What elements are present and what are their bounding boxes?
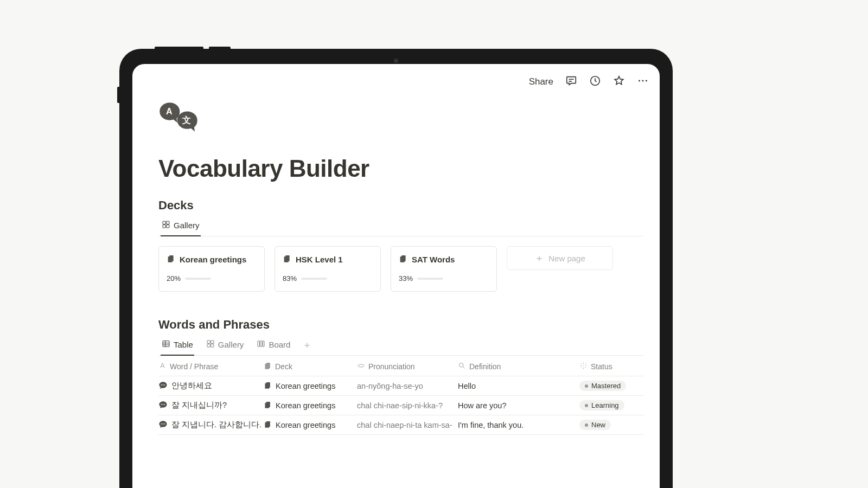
svg-point-20 — [583, 365, 584, 365]
gallery-icon — [206, 339, 215, 350]
page-content: A 文 Vocabulary Builder Decks Gallery — [158, 101, 643, 435]
comments-icon[interactable] — [565, 75, 577, 89]
star-icon[interactable] — [613, 75, 625, 89]
status-dot-icon — [585, 404, 588, 407]
deck-card-hsk-level-1[interactable]: HSK Level 1 83% — [275, 246, 381, 292]
tab-label: Gallery — [218, 340, 244, 349]
svg-point-21 — [161, 384, 162, 385]
deck-percent: 33% — [399, 274, 413, 282]
table-row[interactable]: 잘 지내십니까? Korean greetings chal chi-nae-s… — [158, 396, 643, 415]
deck-link[interactable]: Korean greetings — [276, 401, 335, 410]
col-header-label: Pronunciation — [368, 362, 415, 371]
svg-rect-11 — [207, 341, 210, 343]
col-header-word[interactable]: Word / Phrase — [158, 362, 264, 371]
word-text: 잘 지내십니까? — [171, 400, 227, 410]
table-row[interactable]: 잘 지냅니다. 감사합니다. Korean greetings chal chi… — [158, 415, 643, 435]
col-header-label: Status — [591, 362, 612, 371]
tab-table[interactable]: Table — [161, 339, 194, 350]
svg-rect-15 — [258, 341, 259, 347]
deck-icon — [264, 420, 272, 430]
gallery-icon — [162, 220, 170, 230]
tablet-button-top — [155, 47, 203, 49]
decks-view-tabs: Gallery — [158, 220, 643, 236]
plus-icon: ＋ — [534, 253, 544, 263]
col-header-label: Deck — [275, 362, 292, 371]
table-row[interactable]: 안녕하세요 Korean greetings an-nyŏng-ha-se-yo… — [158, 376, 643, 396]
svg-text:A: A — [166, 106, 173, 116]
more-icon[interactable] — [637, 75, 649, 89]
page-title[interactable]: Vocabulary Builder — [158, 155, 643, 182]
deck-percent: 20% — [167, 274, 181, 282]
svg-point-24 — [161, 403, 162, 404]
tab-board[interactable]: Board — [256, 339, 291, 350]
chat-icon — [158, 400, 168, 411]
svg-point-23 — [164, 384, 165, 385]
add-view-button[interactable]: ＋ — [302, 340, 312, 350]
col-header-label: Word / Phrase — [170, 362, 218, 371]
chat-icon — [158, 420, 168, 431]
svg-point-29 — [164, 423, 165, 424]
tab-label: Gallery — [174, 221, 200, 230]
tab-label: Table — [174, 340, 193, 349]
top-bar: Share — [529, 75, 649, 89]
deck-icon — [399, 254, 407, 265]
status-badge[interactable]: Learning — [579, 400, 624, 410]
table-header-row: Word / Phrase Deck Pronunciation Definit… — [158, 357, 643, 376]
deck-card-sat-words[interactable]: SAT Words 33% — [391, 246, 497, 292]
svg-rect-7 — [167, 221, 169, 224]
pronunciation-text: an-nyŏng-ha-se-yo — [357, 382, 423, 390]
svg-point-19 — [459, 363, 464, 367]
tab-gallery[interactable]: Gallery — [205, 339, 245, 350]
words-view-tabs: Table Gallery Board ＋ — [158, 339, 643, 356]
search-icon — [458, 362, 466, 371]
decks-gallery: Korean greetings 20% HSK Level 1 83% — [158, 246, 643, 292]
deck-icon — [264, 381, 272, 391]
svg-rect-12 — [211, 341, 214, 343]
history-icon[interactable] — [589, 75, 601, 89]
svg-rect-13 — [207, 344, 210, 347]
svg-rect-10 — [163, 341, 169, 347]
progress-bar — [301, 278, 327, 280]
chat-icon — [158, 381, 168, 391]
definition-text: I'm fine, thank you. — [458, 421, 524, 429]
word-text: 잘 지냅니다. 감사합니다. — [171, 420, 261, 430]
app-screen: Share A 文 Vocab — [132, 64, 660, 488]
text-icon — [158, 362, 167, 371]
status-label: Mastered — [591, 382, 621, 390]
deck-link[interactable]: Korean greetings — [276, 382, 335, 390]
svg-point-28 — [163, 423, 164, 424]
svg-rect-6 — [163, 221, 165, 224]
tablet-button-left — [117, 87, 119, 103]
deck-card-korean-greetings[interactable]: Korean greetings 20% — [158, 246, 265, 292]
col-header-label: Definition — [469, 362, 501, 371]
tablet-frame: Share A 文 Vocab — [119, 49, 673, 488]
tablet-button-top-2 — [209, 47, 231, 49]
pronunciation-text: chal chi-nae-sip-ni-kka-? — [357, 401, 443, 410]
new-page-card[interactable]: ＋ New page — [507, 246, 613, 270]
svg-point-2 — [642, 80, 644, 82]
svg-rect-17 — [263, 341, 265, 347]
col-header-status[interactable]: Status — [579, 362, 638, 371]
board-icon — [257, 339, 265, 350]
share-button[interactable]: Share — [529, 76, 553, 87]
svg-point-26 — [164, 403, 165, 404]
svg-point-18 — [358, 364, 364, 367]
tab-gallery[interactable]: Gallery — [161, 220, 201, 230]
decks-heading: Decks — [158, 198, 643, 213]
status-badge[interactable]: New — [579, 420, 611, 430]
tab-label: Board — [269, 340, 290, 349]
definition-text: How are you? — [458, 401, 506, 410]
deck-link[interactable]: Korean greetings — [276, 421, 335, 429]
svg-rect-9 — [167, 225, 169, 228]
new-page-label: New page — [548, 254, 585, 263]
status-badge[interactable]: Mastered — [579, 381, 626, 391]
col-header-deck[interactable]: Deck — [264, 362, 357, 371]
word-text: 안녕하세요 — [171, 381, 212, 391]
page-icon-translate[interactable]: A 文 — [158, 101, 643, 137]
col-header-definition[interactable]: Definition — [458, 362, 579, 371]
col-header-pronunciation[interactable]: Pronunciation — [357, 362, 458, 371]
status-label: Learning — [591, 401, 619, 409]
progress-bar — [185, 278, 211, 280]
svg-point-25 — [163, 403, 164, 404]
svg-rect-8 — [163, 225, 165, 228]
